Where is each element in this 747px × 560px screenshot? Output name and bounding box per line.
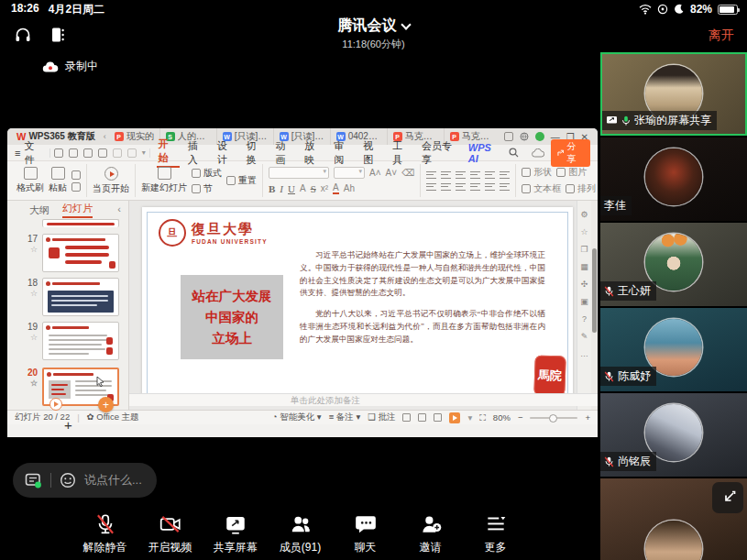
slide-title-box[interactable]: 站在广大发展 中国家的 立场上: [181, 275, 283, 359]
apps-grid-icon[interactable]: [504, 132, 513, 141]
redo-icon[interactable]: [127, 148, 137, 158]
export-icon[interactable]: [69, 148, 78, 158]
align-right-icon[interactable]: [456, 183, 466, 191]
scrollbar-thumb[interactable]: [592, 248, 597, 333]
account-avatar[interactable]: [535, 132, 544, 141]
menu-view[interactable]: 视图: [361, 139, 384, 167]
meeting-title-dropdown[interactable]: 腾讯会议: [338, 16, 410, 36]
font-family-select[interactable]: [269, 167, 329, 179]
globe-icon[interactable]: [520, 132, 529, 141]
favorite-star-icon[interactable]: ☆: [580, 227, 588, 236]
wps-doc-tab[interactable]: P现实的: [109, 128, 160, 145]
new-slide-button[interactable]: 新建幻灯片: [141, 167, 187, 194]
clear-format-icon[interactable]: ⌫: [401, 168, 414, 178]
notes-button[interactable]: ≡ 备注 ▾: [329, 412, 361, 423]
members-button[interactable]: 成员(91): [274, 512, 327, 560]
shapes-button[interactable]: 形状: [522, 166, 552, 179]
chat-input[interactable]: 说点什么...: [13, 463, 157, 498]
chat-button[interactable]: 聊天: [339, 512, 392, 560]
leave-meeting-button[interactable]: 离开: [709, 27, 734, 44]
align-objects-icon[interactable]: [500, 183, 510, 191]
underline-button[interactable]: U: [288, 183, 295, 194]
wps-ai-button[interactable]: WPS AI: [468, 142, 502, 164]
panel-collapse-icon[interactable]: ‹: [117, 203, 121, 214]
participant-tile[interactable]: 陈威妤: [600, 308, 747, 391]
menu-review[interactable]: 审阅: [332, 139, 355, 167]
notes-bar[interactable]: 单击此处添加备注: [129, 393, 598, 406]
text-direction-icon[interactable]: [500, 171, 510, 179]
star-icon[interactable]: ☆: [7, 333, 38, 342]
file-menu[interactable]: ≡文件: [15, 139, 43, 167]
section-button[interactable]: 节: [192, 182, 222, 195]
paste-button[interactable]: 粘贴: [49, 167, 67, 194]
layout-tool-icon[interactable]: ▣: [580, 297, 588, 306]
menu-transition[interactable]: 切换: [245, 139, 268, 167]
slide-17-thumbnail[interactable]: [42, 234, 119, 272]
highlight-icon[interactable]: Ah: [344, 183, 355, 193]
char-spacing-icon[interactable]: A: [300, 183, 306, 193]
bullet-list-icon[interactable]: [426, 171, 436, 179]
increase-font-icon[interactable]: A˄: [369, 168, 381, 178]
slide-20-thumbnail-selected[interactable]: +: [42, 368, 119, 406]
chart-tool-icon[interactable]: ▦: [580, 262, 588, 271]
feedback-icon[interactable]: ✎: [581, 332, 588, 341]
indent-increase-icon[interactable]: [470, 171, 480, 179]
participant-tile[interactable]: 王心妍: [600, 223, 747, 306]
columns-icon[interactable]: [485, 183, 495, 191]
save-icon[interactable]: [54, 148, 63, 158]
align-left-icon[interactable]: [426, 183, 436, 191]
invite-button[interactable]: 邀请: [404, 512, 457, 560]
zoom-percent[interactable]: 80%: [493, 412, 511, 423]
menu-animation[interactable]: 动画: [273, 139, 296, 167]
line-spacing-icon[interactable]: [485, 171, 495, 179]
cloud-sync-icon[interactable]: [532, 148, 544, 158]
zoom-out-icon[interactable]: −: [518, 412, 523, 423]
play-from-page-button[interactable]: 当页开始: [93, 167, 129, 195]
add-slide-button[interactable]: +: [7, 417, 129, 433]
slide-19-thumbnail[interactable]: [42, 322, 119, 360]
slide-16-thumbnail[interactable]: [42, 219, 119, 227]
canvas-scrollbar[interactable]: [591, 201, 598, 410]
italic-button[interactable]: I: [280, 183, 283, 194]
resize-tool-icon[interactable]: ✣: [581, 280, 588, 289]
undo-icon[interactable]: [113, 148, 122, 158]
unmute-button[interactable]: 解除静音: [79, 512, 132, 560]
copy-icon[interactable]: [71, 182, 81, 192]
menu-tools[interactable]: 工具: [390, 139, 413, 167]
strikethrough-button[interactable]: S: [311, 183, 316, 194]
slides-tab[interactable]: 幻灯片: [62, 202, 93, 218]
participant-tile-partial[interactable]: [600, 478, 747, 560]
decrease-font-icon[interactable]: A˅: [386, 168, 398, 178]
play-slide-button[interactable]: [49, 398, 62, 411]
bold-button[interactable]: B: [269, 183, 275, 194]
grid-view-icon[interactable]: [418, 413, 426, 422]
star-icon[interactable]: ☆: [7, 245, 38, 254]
more-button[interactable]: 更多: [469, 512, 522, 560]
slide-18-thumbnail[interactable]: [42, 278, 119, 316]
current-slide[interactable]: 旦 復旦大學 FUDAN UNIVERSITY 站在广大发展 中国家的 立场上 …: [142, 207, 573, 401]
comments-button[interactable]: ❑ 批注: [368, 412, 395, 423]
number-list-icon[interactable]: [441, 171, 451, 179]
menu-slideshow[interactable]: 放映: [302, 139, 325, 167]
print-icon[interactable]: [83, 148, 93, 158]
share-button[interactable]: 分享: [551, 139, 590, 167]
paste-special-icon[interactable]: ❐: [580, 245, 588, 254]
outline-tab[interactable]: 大纲: [29, 203, 49, 217]
layout-button[interactable]: 版式: [192, 167, 222, 180]
participant-tile[interactable]: 李佳: [600, 137, 747, 221]
start-video-button[interactable]: 开启视频: [144, 512, 197, 560]
menu-design[interactable]: 设计: [215, 139, 238, 167]
cut-icon[interactable]: [71, 170, 81, 180]
format-painter-button[interactable]: 格式刷: [16, 167, 44, 194]
reset-button[interactable]: 重置: [226, 174, 257, 187]
normal-view-icon[interactable]: [402, 413, 411, 422]
menu-insert[interactable]: 插入: [186, 139, 209, 167]
indent-decrease-icon[interactable]: [456, 171, 466, 179]
textbox-button[interactable]: 文本框: [522, 182, 561, 195]
star-icon[interactable]: ☆: [7, 379, 38, 388]
zoom-in-icon[interactable]: +: [585, 412, 590, 423]
qat-dropdown-icon[interactable]: ▾: [142, 148, 146, 157]
arrange-button[interactable]: 排列: [566, 182, 596, 195]
emoji-icon[interactable]: [60, 472, 76, 489]
help-icon[interactable]: ?: [582, 314, 587, 324]
